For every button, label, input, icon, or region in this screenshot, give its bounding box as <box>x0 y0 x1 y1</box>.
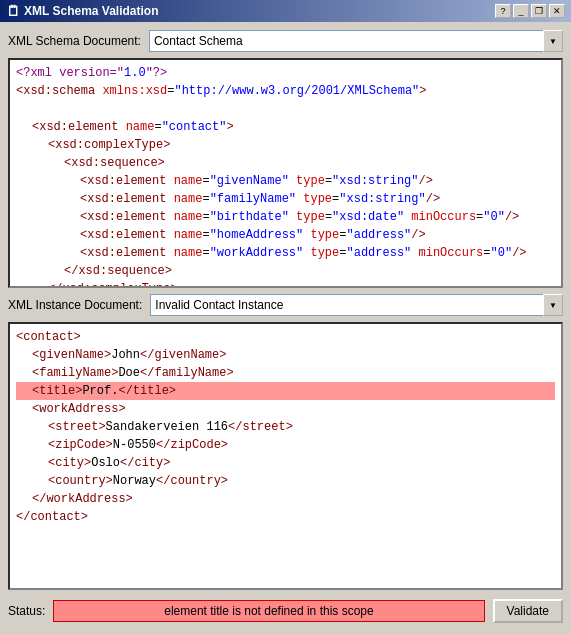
schema-line-3 <box>16 100 555 118</box>
instance-line-4-highlighted: <title>Prof.</title> <box>16 382 555 400</box>
instance-doc-row: XML Instance Document: Invalid Contact I… <box>8 294 563 316</box>
title-bar: 🗒 XML Schema Validation ? _ ❐ ✕ <box>0 0 571 22</box>
title-controls[interactable]: ? _ ❐ ✕ <box>495 4 565 18</box>
instance-dropdown-value: Invalid Contact Instance <box>155 298 283 312</box>
restore-button[interactable]: ❐ <box>531 4 547 18</box>
status-bar: Status: element title is not defined in … <box>8 596 563 626</box>
validate-button[interactable]: Validate <box>493 599 563 623</box>
schema-dropdown[interactable]: Contact Schema <box>149 30 543 52</box>
instance-dropdown-arrow[interactable]: ▼ <box>543 294 563 316</box>
instance-doc-label: XML Instance Document: <box>8 298 142 312</box>
instance-line-1: <contact> <box>16 328 555 346</box>
schema-line-11: <xsd:element name="workAddress" type="ad… <box>16 244 555 262</box>
schema-line-1: <?xml version="1.0"?> <box>16 64 555 82</box>
instance-line-7: <zipCode>N-0550</zipCode> <box>16 436 555 454</box>
schema-line-4: <xsd:element name="contact"> <box>16 118 555 136</box>
schema-dropdown-value: Contact Schema <box>154 34 243 48</box>
schema-dropdown-arrow-icon: ▼ <box>549 37 557 46</box>
window-body: XML Schema Document: Contact Schema ▼ <?… <box>0 22 571 634</box>
status-message: element title is not defined in this sco… <box>53 600 484 622</box>
window-title: XML Schema Validation <box>24 4 158 18</box>
schema-doc-row: XML Schema Document: Contact Schema ▼ <box>8 30 563 52</box>
instance-code-panel[interactable]: <contact> <givenName>John</givenName> <f… <box>8 322 563 590</box>
close-button[interactable]: ✕ <box>549 4 565 18</box>
schema-line-2: <xsd:schema xmlns:xsd="http://www.w3.org… <box>16 82 555 100</box>
schema-line-7: <xsd:element name="givenName" type="xsd:… <box>16 172 555 190</box>
instance-line-5: <workAddress> <box>16 400 555 418</box>
schema-doc-label: XML Schema Document: <box>8 34 141 48</box>
instance-line-9: <country>Norway</country> <box>16 472 555 490</box>
instance-dropdown-arrow-icon: ▼ <box>549 301 557 310</box>
schema-line-10: <xsd:element name="homeAddress" type="ad… <box>16 226 555 244</box>
instance-line-6: <street>Sandakerveien 116</street> <box>16 418 555 436</box>
schema-dropdown-wrapper[interactable]: Contact Schema ▼ <box>149 30 563 52</box>
help-button[interactable]: ? <box>495 4 511 18</box>
schema-code-panel[interactable]: <?xml version="1.0"?> <xsd:schema xmlns:… <box>8 58 563 288</box>
schema-line-8: <xsd:element name="familyName" type="xsd… <box>16 190 555 208</box>
instance-dropdown[interactable]: Invalid Contact Instance <box>150 294 543 316</box>
instance-line-3: <familyName>Doe</familyName> <box>16 364 555 382</box>
app-icon: 🗒 <box>6 3 20 19</box>
instance-line-10: </workAddress> <box>16 490 555 508</box>
instance-dropdown-wrapper[interactable]: Invalid Contact Instance ▼ <box>150 294 563 316</box>
status-label: Status: <box>8 604 45 618</box>
instance-line-11: </contact> <box>16 508 555 526</box>
schema-dropdown-arrow[interactable]: ▼ <box>543 30 563 52</box>
schema-line-5: <xsd:complexType> <box>16 136 555 154</box>
schema-line-13: </xsd:complexType> <box>16 280 555 288</box>
minimize-button[interactable]: _ <box>513 4 529 18</box>
schema-line-9: <xsd:element name="birthdate" type="xsd:… <box>16 208 555 226</box>
instance-line-8: <city>Oslo</city> <box>16 454 555 472</box>
instance-line-2: <givenName>John</givenName> <box>16 346 555 364</box>
schema-line-6: <xsd:sequence> <box>16 154 555 172</box>
schema-line-12: </xsd:sequence> <box>16 262 555 280</box>
title-bar-text: 🗒 XML Schema Validation <box>6 3 158 19</box>
